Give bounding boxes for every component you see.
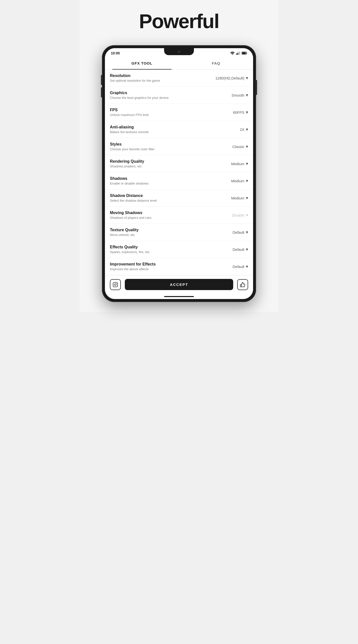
setting-desc-shadows: Enable or disable shadows — [110, 182, 221, 185]
settings-list: Resolution Set optimal resolution for th… — [105, 70, 253, 275]
dropdown-arrow-shadows: ▾ — [246, 178, 248, 184]
front-camera — [178, 50, 180, 53]
power-button — [256, 80, 257, 95]
dropdown-arrow-moving-shadows: ▾ — [246, 212, 248, 218]
setting-desc-styles: Choose your favorite color filter — [110, 147, 221, 151]
setting-row-resolution[interactable]: Resolution Set optimal resolution for th… — [105, 70, 253, 87]
battery-icon — [242, 52, 247, 55]
setting-value-shadow-distance: Medium ▾ — [221, 195, 248, 201]
setting-row-effects-quality[interactable]: Effects Quality Sparks, explosions, fire… — [105, 241, 253, 258]
setting-title-texture-quality: Texture Quality — [110, 228, 221, 232]
setting-desc-texture-quality: Items,vehicle, etc — [110, 233, 221, 237]
thumbs-up-icon — [240, 282, 245, 287]
like-button[interactable] — [237, 279, 248, 290]
setting-title-resolution: Resolution — [110, 74, 215, 78]
notch — [164, 48, 194, 55]
svg-rect-5 — [247, 53, 247, 54]
status-icons — [230, 52, 247, 55]
setting-value-texture-quality: Default ▾ — [221, 230, 248, 235]
home-indicator — [105, 294, 253, 299]
setting-desc-graphics: Choose the best graphics for your device — [110, 96, 221, 100]
dropdown-arrow-effects-quality: ▾ — [246, 246, 248, 252]
setting-title-graphics: Graphics — [110, 91, 221, 95]
setting-value-styles: Classic ▾ — [221, 144, 248, 149]
setting-value-fps: 60FPS ▾ — [221, 110, 248, 115]
volume-down-button — [101, 88, 102, 97]
setting-title-fps: FPS — [110, 108, 221, 112]
setting-row-styles[interactable]: Styles Choose your favorite color filter… — [105, 138, 253, 155]
setting-value-effects-quality: Default ▾ — [221, 246, 248, 252]
dropdown-arrow-shadow-distance: ▾ — [246, 195, 248, 201]
instagram-icon — [113, 282, 118, 287]
setting-value-improvement-effects: Default ▾ — [221, 264, 248, 269]
setting-row-anti-aliasing[interactable]: Anti-aliasing Makes the textures smooth … — [105, 121, 253, 138]
setting-value-anti-aliasing: 2X ▾ — [221, 127, 248, 132]
tab-faq[interactable]: FAQ — [179, 57, 253, 69]
page-container: Powerful 10:00 — [80, 0, 278, 312]
svg-rect-7 — [113, 282, 118, 286]
instagram-button[interactable] — [110, 279, 121, 290]
volume-up-button — [101, 75, 102, 85]
setting-value-rendering-quality: Medium ▾ — [221, 161, 248, 166]
dropdown-arrow-resolution: ▾ — [246, 75, 248, 81]
setting-title-moving-shadows: Moving Shadows — [110, 210, 221, 215]
dropdown-arrow-rendering-quality: ▾ — [246, 161, 248, 166]
tabs: GFX TOOL FAQ — [105, 57, 253, 70]
setting-desc-effects-quality: Sparks, explosions, fire, etc. — [110, 250, 221, 254]
setting-row-shadows[interactable]: Shadows Enable or disable shadows Medium… — [105, 172, 253, 190]
setting-title-effects-quality: Effects Quality — [110, 245, 221, 249]
setting-desc-moving-shadows: Shadows of players and cars — [110, 216, 221, 220]
bottom-bar: ACCEPT — [105, 275, 253, 294]
home-bar — [164, 296, 194, 297]
svg-rect-1 — [237, 53, 238, 55]
svg-point-8 — [114, 284, 116, 285]
setting-desc-resolution: Set optimal resolution for the game — [110, 79, 215, 82]
setting-desc-fps: Unlock maximum FPS limit — [110, 113, 221, 117]
status-time: 10:00 — [111, 51, 120, 55]
dropdown-arrow-styles: ▾ — [246, 144, 248, 149]
setting-row-texture-quality[interactable]: Texture Quality Items,vehicle, etc Defau… — [105, 224, 253, 241]
signal-icon — [236, 52, 240, 55]
setting-value-graphics: Smooth ▾ — [221, 92, 248, 98]
setting-title-shadows: Shadows — [110, 176, 221, 181]
setting-value-shadows: Medium ▾ — [221, 178, 248, 184]
setting-value-resolution: 1280(HD,Default) ▾ — [215, 75, 248, 81]
phone-screen: 10:00 — [105, 48, 253, 299]
setting-row-shadow-distance[interactable]: Shadow Distance Select the shadow distan… — [105, 190, 253, 207]
setting-desc-anti-aliasing: Makes the textures smooth — [110, 130, 221, 134]
dropdown-arrow-improvement-effects: ▾ — [246, 264, 248, 269]
setting-row-graphics[interactable]: Graphics Choose the best graphics for yo… — [105, 87, 253, 104]
accept-button[interactable]: ACCEPT — [125, 279, 233, 290]
setting-row-moving-shadows: Moving Shadows Shadows of players and ca… — [105, 207, 253, 224]
dropdown-arrow-graphics: ▾ — [246, 92, 248, 98]
dropdown-arrow-anti-aliasing: ▾ — [246, 127, 248, 132]
svg-rect-2 — [238, 52, 239, 55]
svg-rect-6 — [242, 52, 246, 54]
setting-row-fps[interactable]: FPS Unlock maximum FPS limit 60FPS ▾ — [105, 104, 253, 121]
setting-row-rendering-quality[interactable]: Rendering Quality Shadows,shaders, etc M… — [105, 155, 253, 172]
svg-point-9 — [116, 283, 117, 284]
setting-value-moving-shadows: Disable ▾ — [221, 212, 248, 218]
wifi-icon — [230, 52, 235, 55]
setting-title-rendering-quality: Rendering Quality — [110, 159, 221, 164]
setting-title-styles: Styles — [110, 142, 221, 146]
setting-desc-shadow-distance: Select the shadow distance level — [110, 199, 221, 202]
svg-rect-0 — [236, 54, 237, 55]
setting-row-improvement-effects[interactable]: Improvement for Effects Improves the abo… — [105, 258, 253, 275]
setting-desc-rendering-quality: Shadows,shaders, etc — [110, 164, 221, 168]
phone-frame: 10:00 — [102, 45, 256, 302]
setting-desc-improvement-effects: Improves the above effects — [110, 267, 221, 271]
setting-title-improvement-effects: Improvement for Effects — [110, 262, 221, 266]
page-title: Powerful — [139, 10, 219, 33]
tab-gfx-tool[interactable]: GFX TOOL — [105, 57, 179, 69]
dropdown-arrow-texture-quality: ▾ — [246, 230, 248, 235]
svg-rect-3 — [239, 52, 240, 55]
setting-title-shadow-distance: Shadow Distance — [110, 194, 221, 198]
dropdown-arrow-fps: ▾ — [246, 110, 248, 115]
setting-title-anti-aliasing: Anti-aliasing — [110, 125, 221, 130]
